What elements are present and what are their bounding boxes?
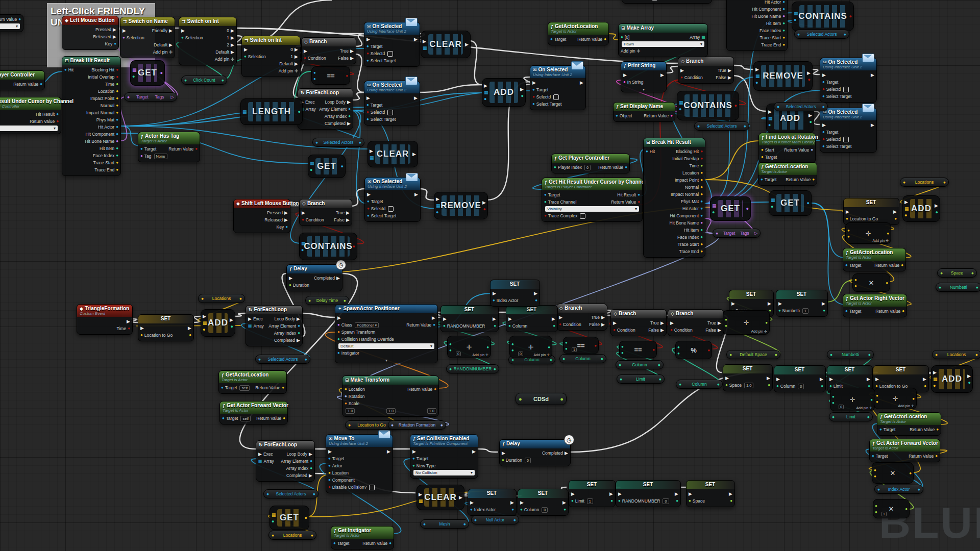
pin[interactable]: ● — [272, 519, 276, 524]
return-value-pin[interactable]: Return Value● — [577, 37, 606, 42]
pin-pin[interactable]: ▶ — [613, 321, 618, 325]
impact-normal-pin[interactable]: Impact Normal● — [671, 192, 703, 197]
hit-item-pin[interactable]: Hit Item● — [766, 21, 785, 26]
node-set-display-name[interactable]: ƒSet Display Name●ObjectReturn Value● — [613, 102, 675, 122]
pill-out-pin[interactable]: ▷ — [754, 231, 757, 236]
pin-pin[interactable]: ● — [609, 499, 613, 503]
array-index-pin[interactable]: Array Index● — [274, 331, 300, 336]
0-pin[interactable]: 0▶ — [290, 47, 298, 52]
pin-pin[interactable]: ▶ — [822, 123, 827, 128]
node-branch[interactable]: ◇Branch▶True▶●ConditionFalse▶ — [299, 199, 352, 226]
variable-pill-locations[interactable]: ●Locations● — [900, 178, 949, 187]
pin[interactable]: ● — [298, 109, 301, 114]
pin[interactable]: ▶ — [768, 109, 773, 114]
selection-pin[interactable]: ●Selection — [244, 54, 266, 59]
add-pin[interactable]: Add pin ✛ — [898, 404, 914, 408]
pin-pin[interactable]: ● — [533, 298, 537, 303]
node-branch[interactable]: ◇Branch▶True▶●ConditionFalse▶ — [556, 304, 607, 331]
return-value-pin[interactable]: Return Value● — [644, 113, 673, 118]
face-index-pin[interactable]: Face Index● — [93, 153, 118, 158]
selectd-pin[interactable]: ●Selectd — [532, 94, 559, 100]
pin-pin[interactable]: ▶ — [869, 73, 874, 78]
pin[interactable]: ● — [353, 244, 355, 249]
operator-4[interactable]: ●●✛●0Add pin ✛ — [447, 336, 491, 358]
target-pin[interactable]: ●Target — [412, 456, 428, 461]
condition-pin[interactable]: ●Condition — [302, 217, 324, 222]
pin-pin[interactable]: ● — [819, 384, 823, 388]
pin[interactable]: ▶ — [933, 370, 938, 375]
pin-pin[interactable]: ▶ — [493, 291, 498, 296]
variable-pill-target[interactable]: ●TargetTags▷ — [713, 229, 761, 238]
node-foreachloop[interactable]: ↻ForEachLoop▶ExecLoop Body▶▦ArrayArray E… — [298, 88, 353, 130]
operator-6[interactable]: ●●✛●Add pin ✛ — [723, 310, 770, 335]
return-value-pin[interactable]: Return Value● — [786, 177, 815, 182]
node-break-hit-result[interactable]: ⊟Break Hit Result●HitBlocking Hit●Initia… — [643, 138, 705, 258]
completed-pin[interactable]: Completed▶ — [542, 450, 568, 456]
node-node[interactable]: Return Value●▾ — [0, 14, 23, 32]
index-actor-pin[interactable]: ●Index Actor — [493, 298, 518, 303]
pill-out-pin[interactable]: ● — [313, 491, 315, 496]
target-pin[interactable]: ●Target — [845, 309, 861, 314]
pin[interactable]: ▦ — [242, 109, 247, 114]
node-branch[interactable]: ◇Branch▶True▶●ConditionFalse▶ — [301, 37, 356, 64]
2-pin[interactable]: 2▶ — [227, 42, 234, 47]
add-pin-pin[interactable]: Add pin ✛ — [279, 68, 298, 73]
pill-out-pin[interactable]: ● — [717, 382, 720, 387]
add-pin-pin[interactable]: Add pin ✛ — [215, 57, 234, 62]
pin-pin[interactable]: ● — [562, 508, 566, 512]
set-location-to-go[interactable]: SET▶▶●Location to Go● — [843, 198, 899, 225]
pin-pin[interactable]: ▶ — [550, 317, 555, 321]
node-on-selected[interactable]: ✉On SelectedUsing Interface Unit 2▶▶●Tar… — [820, 58, 877, 103]
pin-pin[interactable]: ● — [187, 333, 191, 337]
node-switch-on-name[interactable]: ⇉Switch on Name▶Friendly▶●SelectionDefau… — [120, 17, 175, 58]
condition-pin[interactable]: ●Condition — [613, 328, 635, 333]
pin[interactable]: ▦ — [370, 155, 374, 160]
pin[interactable]: ● — [436, 210, 440, 215]
array-pin[interactable]: Array▦ — [690, 35, 705, 40]
node-switch-on-int[interactable]: ⇉Switch on Int▶0▶●Selection1▶Default▶Add… — [241, 36, 301, 77]
hit-pin[interactable]: ●Hit — [646, 149, 655, 154]
pin-pin[interactable]: ▶ — [502, 451, 507, 456]
node-get-hit-result-under-cursor-by-channel[interactable]: ƒGet Hit Result Under Cursor by ChannelT… — [542, 178, 643, 222]
pin-pin[interactable]: ▶ — [725, 376, 730, 381]
operator-8[interactable]: ●●✛●Add pin ✛ — [845, 222, 891, 244]
pin[interactable]: ● — [160, 70, 163, 76]
pin[interactable]: ● — [203, 327, 207, 332]
pill-out-pin[interactable]: ● — [822, 104, 825, 109]
node-getactorlocation[interactable]: ƒGetActorLocationTarget is Actor●TargetR… — [548, 22, 609, 45]
node-branch[interactable]: ◇Branch▶True▶●ConditionFalse▶ — [668, 309, 724, 336]
pin-pin[interactable]: ▶ — [337, 316, 342, 320]
pin-pin[interactable]: ▶ — [618, 492, 623, 496]
pin-pin[interactable]: ▶ — [532, 291, 537, 296]
node-on-selected[interactable]: ✉On SelectedUsing Interface Unit 2▶▶●Tar… — [364, 177, 421, 222]
selection-pin[interactable]: ●Selection — [122, 35, 144, 40]
hit-result-pin[interactable]: Hit Result● — [617, 192, 640, 197]
pill-out-pin[interactable]: ● — [560, 396, 564, 402]
variable-pill-locations[interactable]: ●Locations● — [268, 531, 316, 540]
variable-pill-index-actor[interactable]: ●Index Actor● — [874, 485, 923, 494]
pin-pin[interactable]: ▶ — [181, 29, 186, 33]
array-op-add-9[interactable]: ADD▶▦●▶● — [482, 78, 526, 107]
pin-pin[interactable]: ▶ — [412, 449, 418, 454]
pin-pin[interactable]: ▶ — [412, 37, 418, 42]
true-pin[interactable]: True▶ — [336, 210, 350, 215]
node-triangleformation[interactable]: ◆TriangleFormationCustom Event▶Time● — [77, 304, 133, 335]
pin[interactable]: ● — [132, 74, 137, 79]
pin-pin[interactable]: ▶ — [470, 500, 475, 505]
pin[interactable]: ▦ — [768, 116, 773, 121]
pill-out-pin[interactable]: ● — [867, 414, 870, 419]
return-value-pin[interactable]: Return Value● — [30, 119, 59, 124]
array-op-add-11[interactable]: ADD▶▦●▶● — [201, 309, 235, 337]
set-randomnumber[interactable]: SET▶▶●RANDOMNUMBER0● — [616, 480, 681, 507]
pill-out-pin[interactable]: ● — [601, 356, 603, 361]
pin-pin[interactable]: ● — [922, 384, 926, 388]
randomnumber-pin[interactable]: ●RANDOMNUMBER — [443, 323, 485, 329]
pin[interactable]: ● — [768, 122, 773, 128]
pin[interactable]: ▦ — [419, 498, 423, 504]
instigator-pin[interactable]: ●Instigator — [337, 350, 359, 356]
pressed-pin[interactable]: Pressed▶ — [267, 210, 288, 215]
return-value-pin[interactable]: Return Value● — [909, 454, 938, 459]
duration-pin[interactable]: ●Duration — [289, 283, 309, 288]
pill-out-pin[interactable]: ● — [440, 422, 443, 428]
loop-body-pin[interactable]: Loop Body▶ — [286, 452, 312, 457]
